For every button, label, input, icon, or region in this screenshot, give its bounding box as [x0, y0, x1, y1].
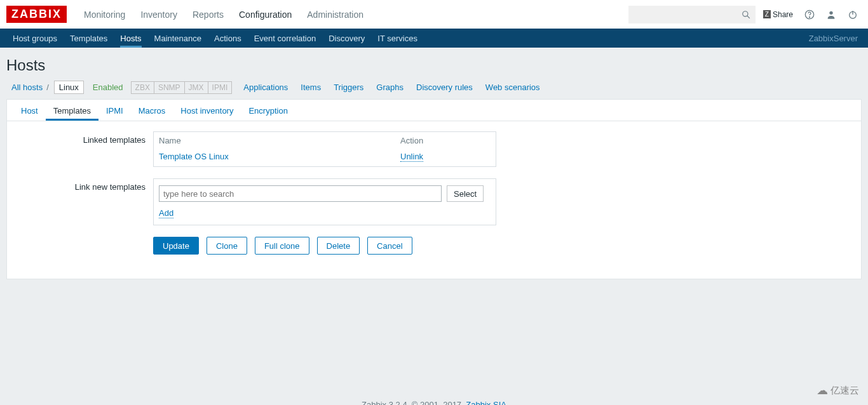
footer-link[interactable]: Zabbix SIA: [466, 400, 506, 405]
search-box[interactable]: [628, 6, 756, 23]
sub-nav: Host groups Templates Hosts Maintenance …: [0, 29, 868, 48]
cancel-button[interactable]: Cancel: [367, 237, 412, 255]
filter-links: Applications Items Triggers Graphs Disco…: [243, 83, 539, 92]
share-z-icon: Z: [763, 10, 771, 18]
buttons-row-wrapper: Update Clone Full clone Delete Cancel: [13, 237, 855, 255]
link-new-templates-row: Link new templates Select Add: [13, 178, 855, 225]
subnav-discovery[interactable]: Discovery: [322, 29, 371, 48]
tab-macros[interactable]: Macros: [131, 100, 173, 121]
nav-monitoring[interactable]: Monitoring: [76, 0, 133, 29]
footer-text: Zabbix 3.2.4. © 2001–2017,: [362, 400, 466, 405]
tab-encryption[interactable]: Encryption: [241, 100, 295, 121]
breadcrumb-separator: /: [43, 83, 53, 92]
add-link[interactable]: Add: [159, 208, 173, 218]
subnav-templates[interactable]: Templates: [64, 29, 114, 48]
select-button[interactable]: Select: [447, 185, 484, 202]
linked-templates-label: Linked templates: [13, 131, 153, 167]
subnav-event-correlation[interactable]: Event correlation: [248, 29, 323, 48]
link-graphs[interactable]: Graphs: [376, 83, 403, 92]
nav-configuration[interactable]: Configuration: [231, 0, 299, 29]
svg-point-3: [809, 17, 810, 17]
proto-jmx: JMX: [184, 81, 208, 94]
col-name-header: Name: [159, 136, 400, 145]
nav-reports[interactable]: Reports: [185, 0, 231, 29]
proto-zbx: ZBX: [131, 81, 154, 94]
nav-administration[interactable]: Administration: [299, 0, 371, 29]
link-new-templates-box: Select Add: [153, 178, 496, 225]
link-items[interactable]: Items: [301, 83, 321, 92]
tab-ipmi[interactable]: IPMI: [98, 100, 131, 121]
logout-icon[interactable]: [844, 6, 862, 23]
server-name: ZabbixServer: [809, 34, 862, 43]
top-nav-items: Monitoring Inventory Reports Configurati…: [76, 0, 371, 29]
subnav-hosts[interactable]: Hosts: [114, 29, 147, 48]
protocol-indicators: ZBX SNMP JMX IPMI: [131, 81, 233, 94]
full-clone-button[interactable]: Full clone: [255, 237, 309, 255]
action-buttons: Update Clone Full clone Delete Cancel: [153, 237, 412, 255]
svg-point-4: [829, 11, 832, 14]
proto-ipmi: IPMI: [208, 81, 233, 94]
share-button[interactable]: Z Share: [759, 10, 797, 19]
main-panel: Host Templates IPMI Macros Host inventor…: [6, 99, 862, 279]
unlink-action[interactable]: Unlink: [400, 152, 423, 162]
page-title: Hosts: [0, 48, 868, 81]
help-icon[interactable]: [801, 6, 818, 23]
clone-button[interactable]: Clone: [207, 237, 247, 255]
table-row: Template OS Linux Unlink: [154, 149, 496, 166]
proto-snmp: SNMP: [154, 81, 184, 94]
top-nav: ZABBIX Monitoring Inventory Reports Conf…: [0, 0, 868, 29]
watermark-text: 亿速云: [831, 385, 859, 397]
share-label: Share: [773, 10, 793, 19]
col-action-header: Action: [400, 136, 491, 145]
linked-template-link[interactable]: Template OS Linux: [159, 152, 229, 161]
svg-line-1: [747, 15, 750, 18]
link-applications[interactable]: Applications: [243, 83, 288, 92]
tab-host-inventory[interactable]: Host inventory: [173, 100, 241, 121]
top-right: Z Share: [628, 6, 862, 23]
watermark: ☁ 亿速云: [817, 383, 859, 397]
tab-host[interactable]: Host: [13, 100, 46, 121]
tab-templates[interactable]: Templates: [46, 100, 98, 121]
search-icon: [742, 10, 750, 19]
subnav-maintenance[interactable]: Maintenance: [148, 29, 208, 48]
link-triggers[interactable]: Triggers: [334, 83, 363, 92]
user-icon[interactable]: [822, 6, 840, 23]
logo[interactable]: ZABBIX: [6, 6, 67, 23]
nav-inventory[interactable]: Inventory: [133, 0, 185, 29]
link-web-scenarios[interactable]: Web scenarios: [485, 83, 540, 92]
tabs: Host Templates IPMI Macros Host inventor…: [7, 100, 861, 121]
cloud-icon: ☁: [817, 383, 828, 397]
linked-templates-table: Name Action Template OS Linux Unlink: [153, 131, 496, 167]
linked-templates-row: Linked templates Name Action Template OS…: [13, 131, 855, 167]
link-new-templates-label: Link new templates: [13, 178, 153, 225]
subnav-actions[interactable]: Actions: [208, 29, 248, 48]
breadcrumb-all-hosts[interactable]: All hosts: [11, 83, 43, 92]
footer: Zabbix 3.2.4. © 2001–2017, Zabbix SIA: [0, 279, 868, 405]
breadcrumb-host: Linux: [54, 81, 84, 94]
status-enabled: Enabled: [93, 83, 123, 92]
link-discovery-rules[interactable]: Discovery rules: [416, 83, 473, 92]
filter-bar: All hosts / Linux Enabled ZBX SNMP JMX I…: [0, 81, 868, 99]
template-search-input[interactable]: [159, 185, 442, 202]
subnav-host-groups[interactable]: Host groups: [6, 29, 64, 48]
subnav-it-services[interactable]: IT services: [371, 29, 424, 48]
form-area: Linked templates Name Action Template OS…: [7, 121, 861, 279]
update-button[interactable]: Update: [153, 237, 199, 255]
delete-button[interactable]: Delete: [317, 237, 360, 255]
svg-point-0: [743, 11, 748, 16]
